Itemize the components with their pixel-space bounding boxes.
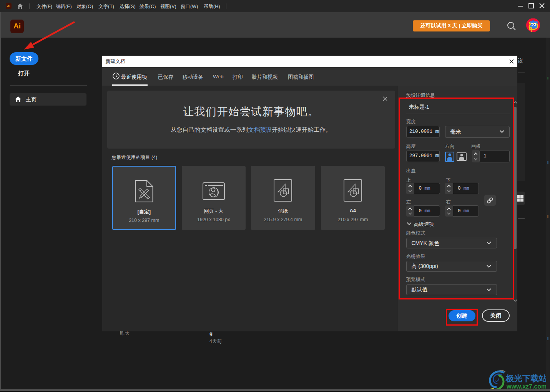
svg-text:www.xz7.com: www.xz7.com [506, 383, 547, 390]
svg-text:极光下载站: 极光下载站 [505, 374, 547, 383]
